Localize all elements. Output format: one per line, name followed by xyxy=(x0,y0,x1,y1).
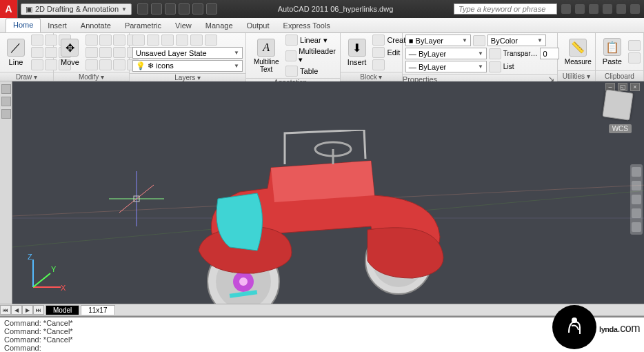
transp-icon[interactable] xyxy=(489,48,501,59)
linear-dim-button[interactable]: Linear ▾ xyxy=(285,35,337,46)
command-prompt[interactable]: Command: xyxy=(4,344,640,352)
palette-icon[interactable] xyxy=(1,84,11,94)
watermark-brand: lynda xyxy=(599,325,617,333)
showmotion-icon[interactable] xyxy=(632,222,641,232)
stretch-icon[interactable] xyxy=(85,59,98,70)
panel-draw-label[interactable]: Draw ▾ xyxy=(0,72,53,81)
rect-icon[interactable] xyxy=(31,47,43,58)
layer-lock-icon[interactable] xyxy=(205,35,217,46)
scale-icon[interactable] xyxy=(99,59,112,70)
linetype-dropdown[interactable]: — ByLayer▼ xyxy=(405,61,487,72)
palette-icon[interactable] xyxy=(1,97,11,106)
transp-label: Transpar… xyxy=(503,50,538,57)
close-icon[interactable] xyxy=(630,4,640,14)
lineweight-dropdown[interactable]: — ByLayer▼ xyxy=(405,48,487,59)
arc-icon[interactable] xyxy=(31,35,43,46)
undo-icon[interactable] xyxy=(179,3,190,14)
fillet-icon[interactable] xyxy=(113,47,125,58)
open-icon[interactable] xyxy=(151,3,162,14)
tab-first-icon[interactable]: ⏮ xyxy=(0,305,11,315)
save-icon[interactable] xyxy=(165,3,176,14)
layer-state-dropdown[interactable]: Unsaved Layer State▼ xyxy=(132,47,243,59)
tab-view[interactable]: View xyxy=(168,19,199,32)
layer-iso-icon[interactable] xyxy=(161,35,174,46)
panel-block-label[interactable]: Block ▾ xyxy=(341,72,402,81)
cut-icon[interactable] xyxy=(628,40,641,51)
move-icon: ✥ xyxy=(61,39,79,57)
palette-icon[interactable] xyxy=(1,109,11,119)
measure-label: Measure xyxy=(565,58,592,66)
panel-clipboard-label[interactable]: Clipboard xyxy=(596,70,643,81)
paste-button[interactable]: 📋 Paste xyxy=(598,37,626,67)
star-icon[interactable] xyxy=(575,4,585,14)
layer-off-icon[interactable] xyxy=(190,35,203,46)
model-viewport[interactable]: – ◱ × xyxy=(12,81,644,304)
panel-utilities-label[interactable]: Utilities ▾ xyxy=(558,70,595,81)
polyline-icon[interactable] xyxy=(31,59,43,70)
plot-icon[interactable] xyxy=(206,3,217,14)
app-menu-button[interactable]: A xyxy=(0,0,18,18)
redo-icon[interactable] xyxy=(192,3,203,14)
table-label: Table xyxy=(300,67,318,75)
tab-output[interactable]: Output xyxy=(240,19,276,32)
multileader-button[interactable]: Multileader ▾ xyxy=(285,47,337,64)
table-button[interactable]: Table xyxy=(285,66,337,77)
steering-wheel-icon[interactable] xyxy=(632,167,641,177)
tab-express-tools[interactable]: Express Tools xyxy=(276,19,337,32)
matchprop-icon[interactable] xyxy=(473,35,485,46)
help-search-input[interactable] xyxy=(454,3,557,14)
current-layer-dropdown[interactable]: 💡 ❄ icons▼ xyxy=(132,60,243,72)
svg-text:X: X xyxy=(61,284,66,292)
tab-next-icon[interactable]: ▶ xyxy=(22,305,33,315)
plotstyle-dropdown[interactable]: ByColor▼ xyxy=(487,35,546,46)
measure-button[interactable]: 📏 Measure xyxy=(561,37,596,67)
ucs-icon: Z X Y xyxy=(26,253,68,294)
tab-insert[interactable]: Insert xyxy=(41,19,74,32)
list-icon[interactable] xyxy=(489,61,501,72)
transp-value-input[interactable]: 0 xyxy=(540,48,559,59)
layout-tab-model[interactable]: Model xyxy=(46,305,79,315)
quick-access-toolbar xyxy=(137,3,217,14)
copy-clip-icon[interactable] xyxy=(628,52,641,63)
layer-states-icon[interactable] xyxy=(147,35,159,46)
layer-prop-icon[interactable] xyxy=(132,35,145,46)
tab-home[interactable]: Home xyxy=(6,18,41,32)
workspace-selector[interactable]: ▣ 2D Drafting & Annotation ▼ xyxy=(21,3,132,15)
panel-modify-label[interactable]: Modify ▾ xyxy=(54,72,129,81)
trim-icon[interactable] xyxy=(99,35,112,46)
tab-manage[interactable]: Manage xyxy=(199,19,240,32)
mtext-button[interactable]: A Multiline Text xyxy=(249,37,283,75)
insert-block-button[interactable]: ⬇ Insert xyxy=(343,37,371,68)
pan-icon[interactable] xyxy=(632,181,641,190)
tab-last-icon[interactable]: ⏭ xyxy=(33,305,44,315)
array-icon[interactable] xyxy=(113,59,125,70)
table-icon xyxy=(285,66,298,77)
help-icon[interactable] xyxy=(589,4,598,14)
layer-state-value: Unsaved Layer State xyxy=(136,49,207,57)
command-window[interactable]: Command: *Cancel* Command: *Cancel* Comm… xyxy=(0,316,644,352)
color-dropdown[interactable]: ■ ByLayer▼ xyxy=(405,35,471,46)
new-icon[interactable] xyxy=(137,3,148,14)
tab-parametric[interactable]: Parametric xyxy=(118,19,168,32)
line-button[interactable]: ／ Line xyxy=(3,37,29,68)
move-button[interactable]: ✥ Move xyxy=(57,37,83,68)
window-title: AutoCAD 2011 06_hyperlinks.dwg xyxy=(217,5,454,13)
panel-layers-label[interactable]: Layers ▾ xyxy=(130,73,245,81)
layout-tab-11x17[interactable]: 11x17 xyxy=(81,305,114,315)
copy-icon[interactable] xyxy=(85,47,98,58)
minimize-icon[interactable] xyxy=(603,4,612,14)
mirror-icon[interactable] xyxy=(99,47,112,58)
tab-prev-icon[interactable]: ◀ xyxy=(11,305,22,315)
tab-annotate[interactable]: Annotate xyxy=(74,19,118,32)
tool-palette-bar xyxy=(0,81,12,304)
rotate-icon[interactable] xyxy=(85,35,98,46)
viewcube[interactable] xyxy=(602,89,633,120)
maximize-icon[interactable] xyxy=(616,4,626,14)
extend-icon[interactable] xyxy=(113,35,125,46)
wcs-label[interactable]: WCS xyxy=(609,124,632,133)
orbit-icon[interactable] xyxy=(632,208,641,218)
infocenter-icon[interactable] xyxy=(561,4,571,14)
zoom-icon[interactable] xyxy=(632,195,641,204)
mtext-label: Multiline Text xyxy=(253,58,279,73)
layer-freeze-icon[interactable] xyxy=(176,35,188,46)
